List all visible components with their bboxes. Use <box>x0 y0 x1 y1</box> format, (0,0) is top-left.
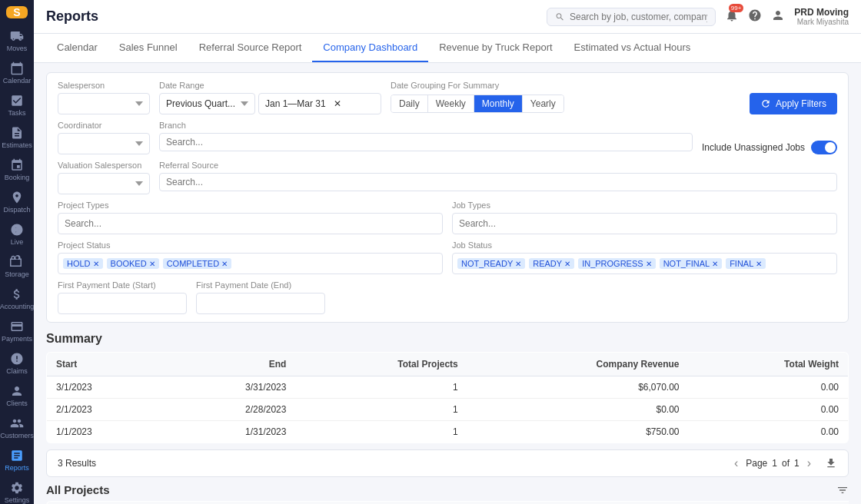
job-types-input[interactable] <box>452 213 837 234</box>
weekly-btn[interactable]: Weekly <box>428 95 474 112</box>
tag-in-progress-close[interactable]: ✕ <box>646 260 652 268</box>
help-icon[interactable] <box>748 8 762 25</box>
branch-input[interactable] <box>159 133 693 151</box>
tag-booked-close[interactable]: ✕ <box>149 260 155 268</box>
notifications-icon[interactable]: 99+ <box>725 8 739 25</box>
sidebar-item-reports[interactable]: Reports <box>0 444 34 476</box>
tag-not-final[interactable]: NOT_FINAL ✕ <box>660 258 723 269</box>
summary-table: Start End Total Projects Company Revenue… <box>46 352 849 443</box>
job-status-tags[interactable]: NOT_READY ✕ READY ✕ IN_PROGRESS ✕ NOT_FI… <box>452 253 837 274</box>
projects-title: All Projects <box>46 483 110 496</box>
referral-source-group: Referral Source <box>159 161 837 191</box>
sidebar-item-storage[interactable]: Storage <box>0 250 34 283</box>
tag-final-close[interactable]: ✕ <box>756 260 762 268</box>
th-salesperson: Salespers <box>96 502 148 505</box>
project-types-group: Project Types <box>58 201 443 234</box>
projects-1: 1 <box>295 399 467 421</box>
current-page: 1 <box>772 458 777 469</box>
tab-revenue-by-truck[interactable]: Revenue by Truck Report <box>428 34 563 62</box>
th-customer1: Customer <box>462 502 514 505</box>
include-unassigned-label: Include Unassigned Jobs <box>702 142 805 153</box>
revenue-1: $0.00 <box>467 399 689 421</box>
sidebar-item-booking[interactable]: Booking <box>0 154 34 186</box>
project-status-label: Project Status <box>58 240 443 250</box>
monthly-btn[interactable]: Monthly <box>474 95 523 112</box>
next-page-btn[interactable]: › <box>804 456 814 470</box>
sidebar-item-settings[interactable]: Settings <box>0 476 34 504</box>
first-payment-end-group: First Payment Date (End) <box>196 280 325 314</box>
sidebar-item-estimates[interactable]: Estimates <box>0 121 34 154</box>
projects-table-container: Project N Salespers Coordinat Additiona … <box>46 501 849 504</box>
th-additional: Additiona <box>201 502 252 505</box>
tag-not-ready[interactable]: NOT_READY ✕ <box>457 258 525 269</box>
search-box[interactable] <box>547 8 716 26</box>
date-range-label: Date Range <box>159 81 381 90</box>
tab-referral-source[interactable]: Referral Source Report <box>188 34 313 62</box>
sidebar-item-customers[interactable]: Customers <box>0 412 34 444</box>
th-referral-source: Referral S <box>617 502 670 505</box>
sidebar-item-live[interactable]: Live <box>0 218 34 250</box>
sidebar-item-tasks[interactable]: Tasks <box>0 89 34 121</box>
tab-calendar[interactable]: Calendar <box>46 34 108 62</box>
prev-page-btn[interactable]: ‹ <box>731 456 741 470</box>
sidebar-item-payments[interactable]: Payments <box>0 315 34 347</box>
tag-completed[interactable]: COMPLETED ✕ <box>163 258 231 269</box>
date-grouping-buttons: Daily Weekly Monthly Yearly <box>391 94 564 113</box>
sidebar-item-moves[interactable]: Moves <box>0 25 34 57</box>
col-total-weight: Total Weight <box>689 353 849 376</box>
tag-ready-close[interactable]: ✕ <box>564 260 570 268</box>
search-input[interactable] <box>570 12 707 22</box>
sidebar-item-clients[interactable]: Clients <box>0 380 34 412</box>
sidebar-item-accounting[interactable]: Accounting <box>0 283 34 315</box>
coordinator-label: Coordinator <box>58 121 150 130</box>
tab-estimated-vs-actual[interactable]: Estimated vs Actual Hours <box>563 34 702 62</box>
content-area: Salesperson Date Range Previous Quart...… <box>34 63 861 504</box>
sidebar-item-claims[interactable]: Claims <box>0 347 34 380</box>
salesperson-select[interactable] <box>58 93 150 114</box>
sidebar-item-label: Customers <box>0 432 34 439</box>
notification-badge: 99+ <box>729 4 744 12</box>
th-move-date-start: Move Date <box>302 502 357 505</box>
project-types-input[interactable] <box>58 213 443 234</box>
first-payment-start-input[interactable] <box>58 293 187 314</box>
user-icon[interactable] <box>771 8 785 25</box>
valuation-salesperson-select[interactable] <box>58 173 150 194</box>
tag-hold[interactable]: HOLD ✕ <box>63 258 103 269</box>
yearly-btn[interactable]: Yearly <box>523 95 563 112</box>
tag-not-ready-close[interactable]: ✕ <box>515 260 521 268</box>
project-status-tags[interactable]: HOLD ✕ BOOKED ✕ COMPLETED ✕ <box>58 253 443 274</box>
sidebar-item-label: Settings <box>5 496 30 504</box>
tag-ready[interactable]: READY ✕ <box>529 258 574 269</box>
sidebar-item-dispatch[interactable]: Dispatch <box>0 186 34 218</box>
include-unassigned-toggle[interactable] <box>811 141 837 154</box>
tab-sales-funnel[interactable]: Sales Funnel <box>108 34 188 62</box>
download-icon[interactable] <box>825 457 837 469</box>
coordinator-group: Coordinator <box>58 121 150 154</box>
date-range-preset-select[interactable]: Previous Quart... <box>159 93 255 114</box>
referral-source-input[interactable] <box>159 173 837 191</box>
sidebar-item-calendar[interactable]: Calendar <box>0 57 34 89</box>
date-range-box[interactable]: Jan 1—Mar 31 ✕ <box>258 93 381 114</box>
valuation-salesperson-group: Valuation Salesperson <box>58 161 150 194</box>
tag-completed-close[interactable]: ✕ <box>221 260 228 268</box>
tab-company-dashboard[interactable]: Company Dashboard <box>312 34 428 62</box>
coordinator-select[interactable] <box>58 133 150 154</box>
tag-not-final-close[interactable]: ✕ <box>712 260 718 268</box>
tag-final[interactable]: FINAL ✕ <box>726 258 766 269</box>
tag-in-progress[interactable]: IN_PROGRESS ✕ <box>578 258 655 269</box>
date-grouping-group: Date Grouping For Summary Daily Weekly M… <box>391 81 837 114</box>
sidebar-item-label: Claims <box>6 367 28 375</box>
first-payment-start-group: First Payment Date (Start) <box>58 280 187 314</box>
total-pages: 1 <box>794 458 800 469</box>
date-range-clear-btn[interactable]: ✕ <box>334 98 341 109</box>
start-0: 3/1/2023 <box>47 376 166 399</box>
job-status-group: Job Status NOT_READY ✕ READY ✕ IN_PROGRE… <box>452 240 837 274</box>
daily-btn[interactable]: Daily <box>391 95 428 112</box>
sidebar-item-label: Accounting <box>0 303 34 310</box>
apply-filters-button[interactable]: Apply Filters <box>750 93 837 114</box>
summary-row-0: 3/1/2023 3/31/2023 1 $6,070.00 0.00 <box>47 376 849 399</box>
first-payment-end-input[interactable] <box>196 293 325 314</box>
filter-icon[interactable] <box>836 484 849 496</box>
tag-booked[interactable]: BOOKED ✕ <box>107 258 159 269</box>
tag-hold-close[interactable]: ✕ <box>93 260 99 268</box>
